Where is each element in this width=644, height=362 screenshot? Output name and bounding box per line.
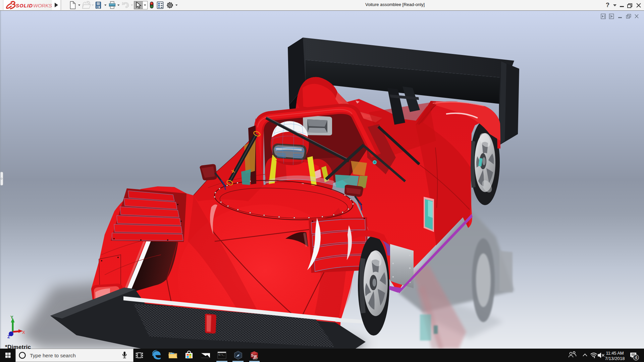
svg-text:X: X bbox=[22, 330, 25, 335]
svg-text:C:\_: C:\_ bbox=[219, 354, 225, 356]
svg-text:2017: 2017 bbox=[253, 357, 258, 360]
svg-text:Y: Y bbox=[10, 315, 13, 320]
svg-text:S: S bbox=[251, 353, 254, 357]
svg-text:WORKS: WORKS bbox=[33, 3, 52, 8]
svg-text:Type here to search: Type here to search bbox=[30, 353, 76, 358]
svg-text:7/13/2018: 7/13/2018 bbox=[605, 356, 625, 361]
svg-text:4: 4 bbox=[635, 355, 637, 360]
svg-text:?: ? bbox=[606, 2, 609, 8]
svg-text:11:45 AM: 11:45 AM bbox=[606, 351, 624, 356]
svg-text:SOLID: SOLID bbox=[16, 3, 33, 8]
svg-text:Z: Z bbox=[7, 334, 10, 339]
